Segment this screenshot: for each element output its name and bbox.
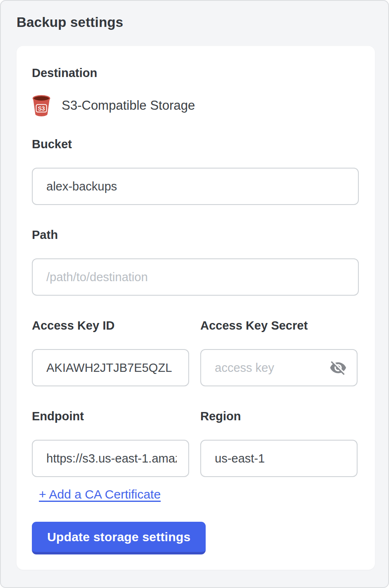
destination-value: S3-Compatible Storage [62,98,195,113]
bucket-label: Bucket [32,137,359,151]
endpoint-label: Endpoint [32,409,189,423]
access-key-id-field-group: Access Key ID [32,318,189,386]
s3-bucket-icon: S3 [32,95,51,116]
endpoint-region-row: Endpoint Region [32,409,359,477]
page-title: Backup settings [17,14,388,31]
path-input[interactable] [32,258,359,296]
endpoint-field-group: Endpoint [32,409,189,477]
svg-text:S3: S3 [38,105,45,112]
endpoint-input[interactable] [32,440,189,477]
destination-label: Destination [32,66,359,80]
access-key-id-input[interactable] [32,349,189,386]
bucket-input[interactable] [32,168,359,205]
backup-settings-card: Destination S3 S3-Compatible Storage Buc… [17,46,375,570]
region-field-group: Region [200,409,358,477]
region-label: Region [200,409,358,423]
eye-slash-icon [329,359,347,376]
path-label: Path [32,228,359,242]
destination-row: S3 S3-Compatible Storage [32,95,359,116]
toggle-secret-visibility-button[interactable] [329,358,348,377]
access-key-secret-field-group: Access Key Secret [200,318,358,386]
add-ca-certificate-link[interactable]: + Add a CA Certificate [39,487,161,502]
update-storage-settings-button[interactable]: Update storage settings [32,522,206,554]
path-field-group: Path [32,228,359,296]
access-key-id-label: Access Key ID [32,318,189,333]
access-key-secret-label: Access Key Secret [200,318,358,333]
access-key-secret-input-wrap [200,349,358,386]
bucket-field-group: Bucket [32,137,359,205]
access-keys-row: Access Key ID Access Key Secret [32,318,359,386]
region-input[interactable] [200,440,358,477]
backup-settings-page: Backup settings Destination S3 S3-Compat… [0,0,389,588]
